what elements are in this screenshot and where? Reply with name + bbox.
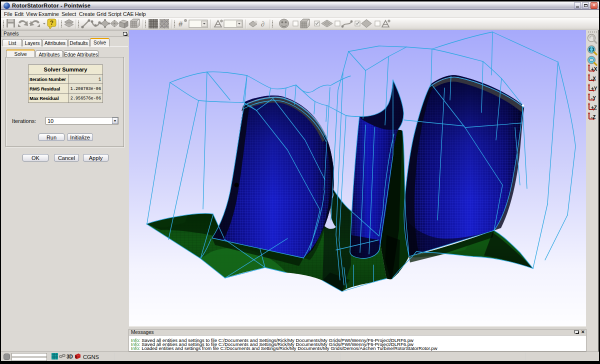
svg-text:∂: ∂ [261,20,264,28]
svg-text:-Z: -Z [591,114,596,120]
svg-text:+Z: +Z [591,105,597,110]
svg-text:-X: -X [591,76,596,82]
svg-text:?: ? [50,20,54,26]
svg-text:#: # [178,20,183,28]
svg-text:+X: +X [591,66,598,72]
svg-text:+Y: +Y [591,86,598,92]
svg-text:-Y: -Y [591,96,596,101]
